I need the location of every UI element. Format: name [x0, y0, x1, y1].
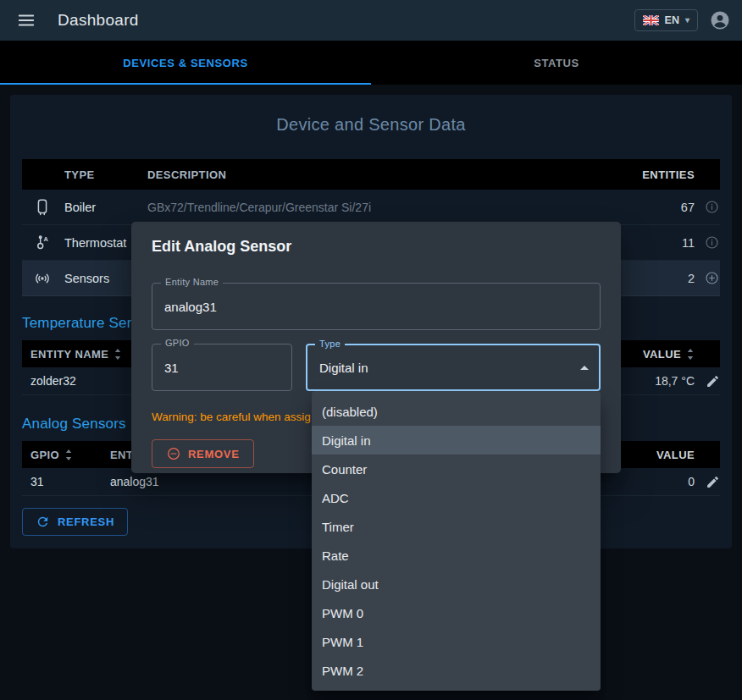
remove-button[interactable]: REMOVE: [152, 439, 254, 468]
remove-circle-icon: [166, 446, 181, 461]
dropdown-arrow-up-icon: [580, 366, 589, 370]
menu-item-pwm-2[interactable]: PWM 2: [312, 656, 601, 685]
entity-name-field[interactable]: Entity Name: [152, 283, 601, 330]
chevron-down-icon: ▾: [685, 16, 689, 25]
menu-item-rate[interactable]: Rate: [312, 541, 601, 570]
menu-item-digital-out[interactable]: Digital out: [312, 570, 601, 598]
info-icon[interactable]: [695, 199, 720, 215]
type-selected-value: Digital in: [307, 361, 380, 375]
sort-icon[interactable]: [686, 348, 695, 361]
refresh-icon: [36, 515, 50, 529]
header-value[interactable]: VALUE: [643, 348, 681, 361]
type-dropdown-menu: (disabled) Digital in Counter ADC Timer …: [312, 391, 601, 691]
info-icon[interactable]: [695, 234, 720, 251]
tab-bar: DEVICES & SENSORS STATUS: [0, 41, 742, 85]
tab-label: DEVICES & SENSORS: [123, 57, 247, 69]
app-bar: Dashboard EN ▾: [0, 0, 742, 41]
menu-item-counter[interactable]: Counter: [312, 455, 601, 483]
header-gpio[interactable]: GPIO: [30, 449, 59, 461]
header-value[interactable]: VALUE: [656, 449, 695, 461]
device-description: GBx72/Trendline/Cerapur/Greenstar Si/27i: [147, 201, 601, 214]
hamburger-menu-icon[interactable]: [14, 8, 39, 33]
tab-label: STATUS: [534, 57, 579, 69]
gpio-field[interactable]: GPIO: [152, 344, 292, 391]
user-avatar[interactable]: [710, 10, 730, 30]
header-entities: ENTITIES: [601, 168, 695, 181]
dialog-title: Edit Analog Sensor: [131, 222, 621, 264]
boiler-icon: [22, 198, 63, 217]
entity-name-label: Entity Name: [161, 277, 223, 287]
sensors-icon: [22, 269, 63, 288]
menu-item-digital-in[interactable]: Digital in: [312, 426, 601, 455]
tab-devices-sensors[interactable]: DEVICES & SENSORS: [0, 41, 371, 85]
menu-item-pwm-0[interactable]: PWM 0: [312, 598, 601, 627]
language-selector[interactable]: EN ▾: [634, 9, 698, 31]
type-label: Type: [315, 339, 345, 349]
sensor-gpio: 31: [22, 475, 97, 488]
refresh-button[interactable]: REFRESH: [22, 508, 128, 536]
header-type: TYPE: [63, 168, 147, 181]
menu-item-disabled[interactable]: (disabled): [312, 397, 601, 426]
tab-status[interactable]: STATUS: [371, 41, 742, 85]
svg-text:A: A: [43, 234, 48, 242]
menu-item-adc[interactable]: ADC: [312, 483, 601, 512]
refresh-label: REFRESH: [58, 515, 114, 528]
device-entities-count: 67: [601, 201, 695, 214]
gpio-input[interactable]: [152, 361, 291, 375]
page-title: Dashboard: [58, 11, 139, 30]
gpio-label: GPIO: [161, 338, 194, 348]
table-row-boiler[interactable]: Boiler GBx72/Trendline/Cerapur/Greenstar…: [22, 190, 720, 225]
uk-flag-icon: [643, 15, 659, 25]
sort-icon[interactable]: [64, 449, 73, 461]
sensor-value: 0: [593, 475, 695, 488]
entity-name-input[interactable]: [152, 300, 600, 314]
type-select[interactable]: Type Digital in: [306, 344, 601, 391]
edit-pencil-icon[interactable]: [695, 374, 720, 389]
thermostat-icon: A: [22, 234, 63, 252]
remove-label: REMOVE: [188, 448, 240, 460]
device-type: Boiler: [63, 201, 147, 214]
menu-item-pwm-1[interactable]: PWM 1: [312, 627, 601, 656]
add-circle-icon[interactable]: [695, 270, 720, 286]
header-entity-name[interactable]: ENTITY NAME: [30, 348, 108, 361]
header-description: DESCRIPTION: [147, 168, 601, 181]
language-code: EN: [665, 14, 679, 26]
section-title: Device and Sensor Data: [22, 115, 720, 135]
menu-item-timer[interactable]: Timer: [312, 512, 601, 541]
edit-pencil-icon[interactable]: [695, 475, 720, 489]
device-table-header: TYPE DESCRIPTION ENTITIES: [22, 159, 720, 190]
sort-icon[interactable]: [114, 348, 122, 361]
